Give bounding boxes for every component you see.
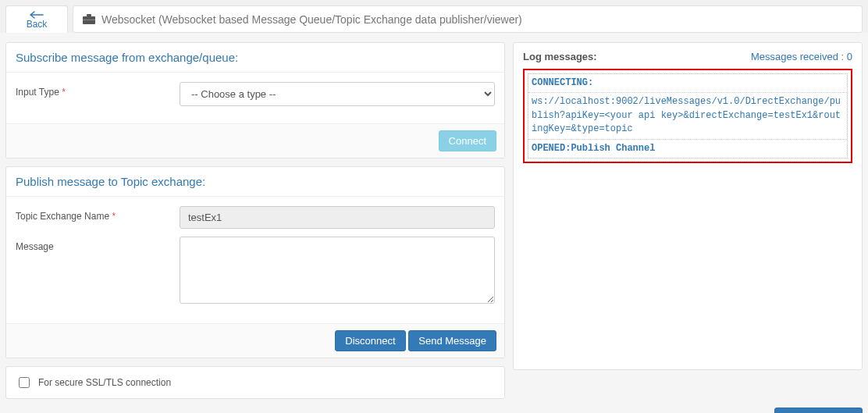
input-type-label: Input Type * — [16, 82, 180, 98]
log-line: ws://localhost:9002/liveMessages/v1.0/Di… — [528, 93, 847, 139]
back-button[interactable]: Back — [5, 5, 68, 33]
send-message-button[interactable]: Send Message — [408, 330, 496, 351]
log-line: OPENED:Publish Channel — [528, 140, 847, 158]
ssl-panel: For secure SSL/TLS connection — [5, 366, 505, 399]
page-title-bar: Websocket (Websocket based Message Queue… — [73, 5, 863, 33]
back-label: Back — [27, 19, 48, 30]
log-highlight-box: CONNECTING: ws://localhost:9002/liveMess… — [523, 69, 852, 163]
log-line: CONNECTING: — [528, 74, 847, 93]
connect-button[interactable]: Connect — [439, 130, 496, 151]
page-title: Websocket (Websocket based Message Queue… — [101, 13, 522, 26]
disconnect-button[interactable]: Disconnect — [335, 330, 405, 351]
message-textarea[interactable] — [180, 237, 495, 304]
svg-rect-2 — [83, 20, 95, 20]
publish-panel: Publish message to Topic exchange: Topic… — [5, 166, 505, 358]
input-type-select[interactable]: -- Choose a type -- — [180, 82, 495, 106]
briefcase-icon — [83, 14, 95, 25]
svg-rect-1 — [87, 14, 91, 16]
subscribe-title: Subscribe message from exchange/queue: — [6, 43, 504, 73]
log-panel: Log messages: Messages received : 0 CONN… — [513, 42, 863, 370]
arrow-left-icon — [30, 11, 44, 19]
exchange-name-input — [180, 206, 495, 229]
messages-received: Messages received : 0 — [751, 51, 852, 62]
subscribe-panel: Subscribe message from exchange/queue: I… — [5, 42, 505, 158]
ssl-checkbox[interactable] — [19, 377, 30, 388]
ssl-label: For secure SSL/TLS connection — [38, 377, 171, 388]
exchange-name-label: Topic Exchange Name * — [16, 206, 180, 222]
publish-title: Publish message to Topic exchange: — [6, 167, 504, 197]
message-label: Message — [16, 237, 180, 252]
log-title: Log messages: — [523, 51, 597, 62]
clear-message-button[interactable]: Clear Message — [774, 408, 863, 413]
